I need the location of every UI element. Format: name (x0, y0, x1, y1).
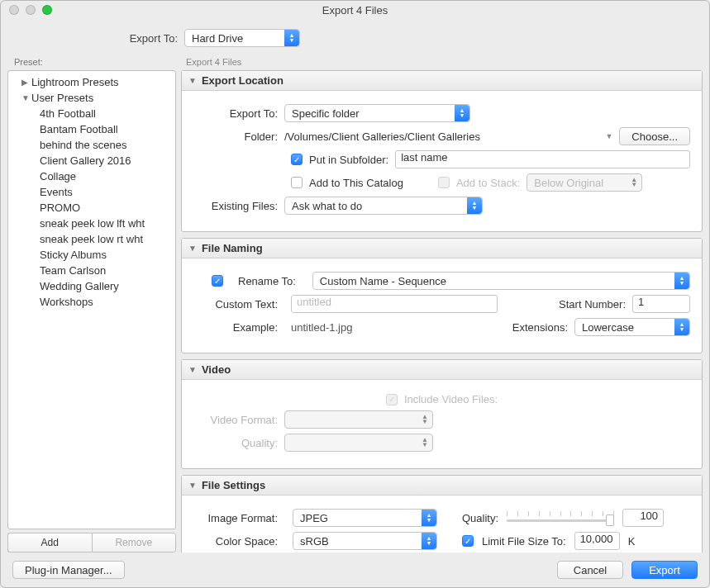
export-to-folder-label: Export To: (193, 107, 284, 120)
preset-item[interactable]: Collage (8, 168, 175, 184)
disclosure-down-icon: ▼ (21, 93, 31, 102)
video-quality-label: Quality: (193, 437, 284, 449)
chevron-updown-icon: ▲▼ (674, 273, 689, 289)
export-to-row: Export To: Hard Drive ▲▼ (1, 19, 709, 55)
limit-file-size-checkbox[interactable]: ✓ (462, 535, 474, 547)
color-space-select[interactable]: sRGB ▲▼ (293, 532, 437, 550)
preset-item[interactable]: 4th Football (8, 106, 175, 121)
preset-item[interactable]: Events (8, 184, 175, 200)
preset-item[interactable]: behind the scenes (8, 137, 175, 153)
video-quality-select: ▲▼ (284, 434, 433, 452)
extensions-select[interactable]: Lowercase ▲▼ (574, 318, 690, 336)
export-button[interactable]: Export (631, 561, 698, 579)
panel-header[interactable]: ▼ File Settings (182, 476, 702, 496)
panel-file-settings: ▼ File Settings Image Format: JPEG ▲▼ Qu… (181, 475, 703, 552)
preset-list[interactable]: ▶ Lightroom Presets ▼ User Presets 4th F… (7, 70, 176, 529)
cancel-button[interactable]: Cancel (557, 561, 623, 579)
panel-header[interactable]: ▼ File Naming (182, 239, 702, 258)
custom-text-label: Custom Text: (193, 298, 284, 311)
panel-video: ▼ Video ✓ Include Video Files: Video For… (181, 359, 703, 469)
chevron-updown-icon: ▲▼ (417, 411, 432, 428)
video-format-label: Video Format: (193, 414, 284, 426)
include-video-checkbox: ✓ (386, 394, 398, 405)
add-to-catalog-checkbox[interactable] (291, 177, 303, 188)
footer: Plug-in Manager... Cancel Export (1, 552, 709, 587)
preset-group-label: Lightroom Presets (31, 76, 119, 88)
quality-input[interactable]: 100 (622, 509, 664, 527)
preset-group-lightroom[interactable]: ▶ Lightroom Presets (8, 74, 175, 90)
traffic-lights (1, 5, 52, 15)
remove-preset-button: Remove (92, 533, 177, 552)
preset-group-user[interactable]: ▼ User Presets (8, 90, 175, 106)
slider-thumb-icon[interactable] (606, 514, 614, 526)
image-format-select[interactable]: JPEG ▲▼ (293, 509, 437, 527)
panel-header[interactable]: ▼ Video (182, 360, 702, 380)
add-to-stack-label: Add to Stack: (456, 177, 520, 189)
video-format-select: ▲▼ (284, 410, 433, 429)
panel-header[interactable]: ▼ Export Location (182, 71, 702, 91)
zoom-icon[interactable] (42, 5, 52, 15)
settings-header: Export 4 Files (181, 55, 703, 70)
preset-column: Preset: ▶ Lightroom Presets ▼ User Prese… (7, 55, 176, 552)
put-in-subfolder-checkbox[interactable]: ✓ (291, 154, 303, 165)
preset-item[interactable]: sneak peek low rt wht (8, 231, 175, 247)
folder-path: /Volumes/Client Galleries/Client Galleri… (284, 130, 480, 143)
export-dialog: Export 4 Files Export To: Hard Drive ▲▼ … (0, 0, 710, 588)
panel-title: Video (202, 363, 231, 376)
preset-item[interactable]: Client Gallery 2016 (8, 153, 175, 168)
panel-export-location: ▼ Export Location Export To: Specific fo… (181, 70, 703, 232)
limit-file-size-input[interactable]: 10,000 (574, 532, 620, 550)
preset-item[interactable]: Workshops (8, 294, 175, 310)
add-to-stack-checkbox (438, 177, 450, 188)
add-to-catalog-label: Add to This Catalog (309, 177, 403, 189)
start-number-label: Start Number: (559, 298, 626, 311)
include-video-label: Include Video Files: (404, 393, 498, 405)
export-to-label: Export To: (1, 32, 184, 45)
plugin-manager-button[interactable]: Plug-in Manager... (12, 561, 125, 579)
image-format-label: Image Format: (193, 512, 284, 524)
chevron-updown-icon: ▲▼ (422, 533, 436, 549)
start-number-input[interactable]: 1 (632, 295, 690, 313)
chevron-updown-icon: ▲▼ (674, 319, 689, 335)
disclosure-down-icon: ▼ (188, 244, 197, 253)
choose-folder-button[interactable]: Choose... (619, 127, 690, 145)
folder-label: Folder: (193, 130, 284, 143)
export-to-folder-select[interactable]: Specific folder ▲▼ (284, 104, 470, 122)
minimize-icon[interactable] (26, 5, 36, 15)
extensions-label: Extensions: (512, 321, 568, 334)
settings-column: Export 4 Files ▼ Export Location Export … (181, 55, 703, 552)
preset-item[interactable]: sneak peek low lft wht (8, 216, 175, 231)
disclosure-down-icon: ▼ (188, 76, 197, 85)
preset-item[interactable]: Sticky Albums (8, 247, 175, 263)
close-icon[interactable] (9, 5, 19, 15)
export-to-select[interactable]: Hard Drive ▲▼ (184, 29, 300, 47)
existing-files-label: Existing Files: (193, 200, 284, 212)
custom-text-input[interactable]: untitled (291, 295, 498, 313)
preset-item[interactable]: Bantam Football (8, 121, 175, 137)
disclosure-down-icon: ▼ (188, 481, 197, 490)
rename-to-label: Rename To: (238, 275, 296, 287)
existing-files-select[interactable]: Ask what to do ▲▼ (284, 197, 483, 215)
panel-title: Export Location (202, 74, 284, 87)
preset-item[interactable]: Team Carlson (8, 263, 175, 278)
path-popup-icon[interactable]: ▼ (605, 132, 612, 140)
add-preset-button[interactable]: Add (7, 533, 92, 552)
subfolder-input[interactable]: last name (395, 150, 690, 168)
chevron-updown-icon: ▲▼ (417, 434, 432, 451)
limit-file-size-unit: K (628, 535, 636, 548)
preset-item[interactable]: PROMO (8, 200, 175, 216)
preset-header: Preset: (7, 55, 176, 70)
example-label: Example: (193, 321, 284, 334)
rename-to-checkbox[interactable]: ✓ (212, 275, 223, 287)
disclosure-down-icon: ▼ (188, 365, 197, 374)
preset-group-label: User Presets (31, 92, 93, 104)
quality-slider[interactable] (507, 510, 614, 526)
chevron-updown-icon: ▲▼ (627, 174, 641, 191)
rename-template-select[interactable]: Custom Name - Sequence ▲▼ (312, 272, 690, 290)
chevron-updown-icon: ▲▼ (284, 30, 299, 46)
panel-file-naming: ▼ File Naming ✓ Rename To: Custom Name -… (181, 238, 703, 353)
limit-file-size-label: Limit File Size To: (482, 535, 566, 548)
quality-label: Quality: (462, 512, 498, 524)
preset-item[interactable]: Wedding Gallery (8, 278, 175, 294)
chevron-updown-icon: ▲▼ (467, 197, 482, 214)
